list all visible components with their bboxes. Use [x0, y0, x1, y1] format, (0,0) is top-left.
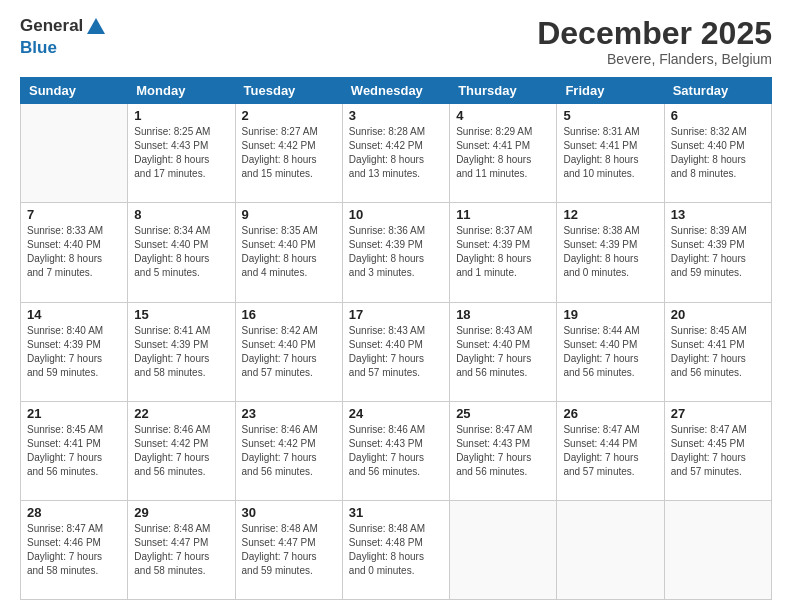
calendar-cell: 18Sunrise: 8:43 AMSunset: 4:40 PMDayligh…	[450, 302, 557, 401]
calendar-cell: 22Sunrise: 8:46 AMSunset: 4:42 PMDayligh…	[128, 401, 235, 500]
calendar-cell: 28Sunrise: 8:47 AMSunset: 4:46 PMDayligh…	[21, 500, 128, 599]
day-number: 3	[349, 108, 443, 123]
cell-info: Sunrise: 8:42 AMSunset: 4:40 PMDaylight:…	[242, 324, 336, 380]
calendar-cell: 26Sunrise: 8:47 AMSunset: 4:44 PMDayligh…	[557, 401, 664, 500]
calendar-week-row: 21Sunrise: 8:45 AMSunset: 4:41 PMDayligh…	[21, 401, 772, 500]
calendar-week-row: 7Sunrise: 8:33 AMSunset: 4:40 PMDaylight…	[21, 203, 772, 302]
calendar-cell	[664, 500, 771, 599]
cell-info: Sunrise: 8:48 AMSunset: 4:48 PMDaylight:…	[349, 522, 443, 578]
day-number: 1	[134, 108, 228, 123]
calendar-cell: 30Sunrise: 8:48 AMSunset: 4:47 PMDayligh…	[235, 500, 342, 599]
weekday-header: Saturday	[664, 78, 771, 104]
day-number: 5	[563, 108, 657, 123]
day-number: 17	[349, 307, 443, 322]
calendar-cell: 20Sunrise: 8:45 AMSunset: 4:41 PMDayligh…	[664, 302, 771, 401]
calendar-cell: 12Sunrise: 8:38 AMSunset: 4:39 PMDayligh…	[557, 203, 664, 302]
weekday-header: Monday	[128, 78, 235, 104]
day-number: 13	[671, 207, 765, 222]
cell-info: Sunrise: 8:33 AMSunset: 4:40 PMDaylight:…	[27, 224, 121, 280]
day-number: 8	[134, 207, 228, 222]
calendar-cell: 4Sunrise: 8:29 AMSunset: 4:41 PMDaylight…	[450, 104, 557, 203]
cell-info: Sunrise: 8:43 AMSunset: 4:40 PMDaylight:…	[456, 324, 550, 380]
day-number: 7	[27, 207, 121, 222]
calendar-cell: 1Sunrise: 8:25 AMSunset: 4:43 PMDaylight…	[128, 104, 235, 203]
day-number: 19	[563, 307, 657, 322]
cell-info: Sunrise: 8:46 AMSunset: 4:42 PMDaylight:…	[134, 423, 228, 479]
calendar-cell: 25Sunrise: 8:47 AMSunset: 4:43 PMDayligh…	[450, 401, 557, 500]
day-number: 10	[349, 207, 443, 222]
day-number: 4	[456, 108, 550, 123]
calendar-cell: 29Sunrise: 8:48 AMSunset: 4:47 PMDayligh…	[128, 500, 235, 599]
title-block: December 2025 Bevere, Flanders, Belgium	[537, 16, 772, 67]
logo-blue: Blue	[20, 38, 107, 58]
cell-info: Sunrise: 8:27 AMSunset: 4:42 PMDaylight:…	[242, 125, 336, 181]
calendar-cell: 27Sunrise: 8:47 AMSunset: 4:45 PMDayligh…	[664, 401, 771, 500]
month-title: December 2025	[537, 16, 772, 51]
calendar-week-row: 28Sunrise: 8:47 AMSunset: 4:46 PMDayligh…	[21, 500, 772, 599]
calendar-cell: 8Sunrise: 8:34 AMSunset: 4:40 PMDaylight…	[128, 203, 235, 302]
calendar-cell	[450, 500, 557, 599]
logo: General Blue	[20, 16, 107, 58]
day-number: 25	[456, 406, 550, 421]
cell-info: Sunrise: 8:40 AMSunset: 4:39 PMDaylight:…	[27, 324, 121, 380]
cell-info: Sunrise: 8:31 AMSunset: 4:41 PMDaylight:…	[563, 125, 657, 181]
cell-info: Sunrise: 8:47 AMSunset: 4:45 PMDaylight:…	[671, 423, 765, 479]
calendar-cell	[557, 500, 664, 599]
calendar-cell: 13Sunrise: 8:39 AMSunset: 4:39 PMDayligh…	[664, 203, 771, 302]
day-number: 16	[242, 307, 336, 322]
weekday-header: Sunday	[21, 78, 128, 104]
day-number: 2	[242, 108, 336, 123]
header: General Blue December 2025 Bevere, Fland…	[20, 16, 772, 67]
cell-info: Sunrise: 8:25 AMSunset: 4:43 PMDaylight:…	[134, 125, 228, 181]
day-number: 14	[27, 307, 121, 322]
day-number: 23	[242, 406, 336, 421]
day-number: 15	[134, 307, 228, 322]
calendar-cell: 15Sunrise: 8:41 AMSunset: 4:39 PMDayligh…	[128, 302, 235, 401]
cell-info: Sunrise: 8:38 AMSunset: 4:39 PMDaylight:…	[563, 224, 657, 280]
calendar-header-row: SundayMondayTuesdayWednesdayThursdayFrid…	[21, 78, 772, 104]
calendar-cell: 19Sunrise: 8:44 AMSunset: 4:40 PMDayligh…	[557, 302, 664, 401]
day-number: 29	[134, 505, 228, 520]
cell-info: Sunrise: 8:36 AMSunset: 4:39 PMDaylight:…	[349, 224, 443, 280]
cell-info: Sunrise: 8:34 AMSunset: 4:40 PMDaylight:…	[134, 224, 228, 280]
calendar-week-row: 14Sunrise: 8:40 AMSunset: 4:39 PMDayligh…	[21, 302, 772, 401]
calendar-cell: 11Sunrise: 8:37 AMSunset: 4:39 PMDayligh…	[450, 203, 557, 302]
cell-info: Sunrise: 8:39 AMSunset: 4:39 PMDaylight:…	[671, 224, 765, 280]
cell-info: Sunrise: 8:46 AMSunset: 4:42 PMDaylight:…	[242, 423, 336, 479]
cell-info: Sunrise: 8:43 AMSunset: 4:40 PMDaylight:…	[349, 324, 443, 380]
weekday-header: Wednesday	[342, 78, 449, 104]
calendar-cell	[21, 104, 128, 203]
day-number: 9	[242, 207, 336, 222]
cell-info: Sunrise: 8:44 AMSunset: 4:40 PMDaylight:…	[563, 324, 657, 380]
cell-info: Sunrise: 8:47 AMSunset: 4:43 PMDaylight:…	[456, 423, 550, 479]
weekday-header: Friday	[557, 78, 664, 104]
calendar-cell: 3Sunrise: 8:28 AMSunset: 4:42 PMDaylight…	[342, 104, 449, 203]
day-number: 30	[242, 505, 336, 520]
calendar-week-row: 1Sunrise: 8:25 AMSunset: 4:43 PMDaylight…	[21, 104, 772, 203]
day-number: 28	[27, 505, 121, 520]
day-number: 6	[671, 108, 765, 123]
cell-info: Sunrise: 8:46 AMSunset: 4:43 PMDaylight:…	[349, 423, 443, 479]
cell-info: Sunrise: 8:29 AMSunset: 4:41 PMDaylight:…	[456, 125, 550, 181]
day-number: 18	[456, 307, 550, 322]
cell-info: Sunrise: 8:48 AMSunset: 4:47 PMDaylight:…	[134, 522, 228, 578]
cell-info: Sunrise: 8:47 AMSunset: 4:46 PMDaylight:…	[27, 522, 121, 578]
cell-info: Sunrise: 8:45 AMSunset: 4:41 PMDaylight:…	[671, 324, 765, 380]
location-subtitle: Bevere, Flanders, Belgium	[537, 51, 772, 67]
svg-marker-0	[87, 18, 105, 34]
calendar-cell: 2Sunrise: 8:27 AMSunset: 4:42 PMDaylight…	[235, 104, 342, 203]
cell-info: Sunrise: 8:47 AMSunset: 4:44 PMDaylight:…	[563, 423, 657, 479]
calendar-cell: 5Sunrise: 8:31 AMSunset: 4:41 PMDaylight…	[557, 104, 664, 203]
day-number: 24	[349, 406, 443, 421]
calendar-cell: 10Sunrise: 8:36 AMSunset: 4:39 PMDayligh…	[342, 203, 449, 302]
cell-info: Sunrise: 8:45 AMSunset: 4:41 PMDaylight:…	[27, 423, 121, 479]
calendar-cell: 9Sunrise: 8:35 AMSunset: 4:40 PMDaylight…	[235, 203, 342, 302]
calendar-cell: 21Sunrise: 8:45 AMSunset: 4:41 PMDayligh…	[21, 401, 128, 500]
page: General Blue December 2025 Bevere, Fland…	[0, 0, 792, 612]
calendar-cell: 16Sunrise: 8:42 AMSunset: 4:40 PMDayligh…	[235, 302, 342, 401]
calendar-cell: 17Sunrise: 8:43 AMSunset: 4:40 PMDayligh…	[342, 302, 449, 401]
calendar-cell: 23Sunrise: 8:46 AMSunset: 4:42 PMDayligh…	[235, 401, 342, 500]
cell-info: Sunrise: 8:35 AMSunset: 4:40 PMDaylight:…	[242, 224, 336, 280]
cell-info: Sunrise: 8:41 AMSunset: 4:39 PMDaylight:…	[134, 324, 228, 380]
day-number: 22	[134, 406, 228, 421]
